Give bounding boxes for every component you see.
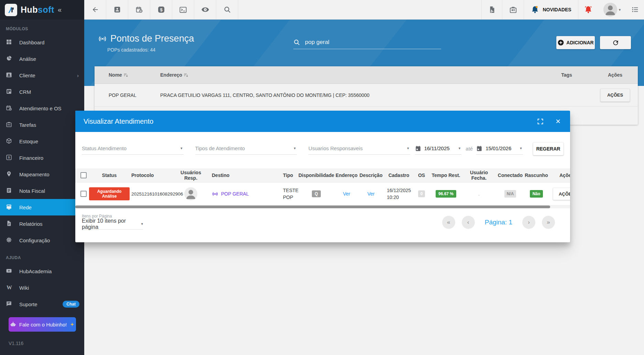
modal-filters: Status Atendimento ▾ Tipos de Atendiment…: [75, 132, 570, 155]
cadastro-value: 16/12/202510:20: [387, 187, 411, 201]
first-page-icon: «: [447, 219, 450, 226]
col-usuarios-resp: Usuários Resp.: [174, 170, 208, 181]
dropdown-arrow-icon: ▾: [181, 146, 184, 151]
page-size-select[interactable]: Exibir 10 itens por página ▾: [82, 219, 143, 230]
page-size-block: Itens por Página Exibir 10 itens por pág…: [82, 214, 143, 230]
tipos-atendimento-select[interactable]: Tipos de Atendimento ▾: [195, 142, 297, 155]
col-rascunho: Rascunho: [525, 173, 548, 178]
status-atendimento-select[interactable]: Status Atendimento ▾: [82, 142, 184, 155]
horizontal-scrollbar: [75, 206, 570, 208]
next-page-button[interactable]: ›: [522, 216, 535, 229]
dropdown-arrow-icon: ▾: [459, 146, 462, 151]
conectado-badge: N/A: [504, 190, 516, 198]
dropdown-arrow-icon: ▾: [294, 146, 297, 151]
protocolo-value: 20251216101608292906: [130, 191, 174, 197]
app-root: Hubsoft « MÓDULOS Dashboard Análise Clie…: [0, 0, 644, 355]
regerar-button[interactable]: REGERAR: [533, 142, 564, 155]
fullscreen-icon: [537, 118, 544, 125]
scrollbar-thumb[interactable]: [75, 206, 550, 208]
atendimentos-table-header: Status Protocolo Usuários Resp. Destino …: [75, 168, 570, 182]
col-usuario-fecha: Usuário Fecha.: [462, 170, 495, 181]
visualizar-atendimento-modal: Visualizar Atendimento × Status Atendime…: [75, 111, 570, 242]
row-acoes-button[interactable]: AÇÕES: [553, 188, 570, 200]
first-page-button[interactable]: «: [442, 216, 455, 229]
col-destino: Destino: [208, 173, 266, 178]
usuarios-responsaveis-select[interactable]: Usuarios Responsaveis ▾: [308, 142, 410, 155]
disponibilidade-badge: Q: [312, 190, 320, 197]
select-all-checkbox[interactable]: [80, 172, 87, 178]
last-page-button[interactable]: »: [542, 216, 555, 229]
row-checkbox[interactable]: [80, 191, 87, 197]
descricao-ver-link[interactable]: Ver: [367, 191, 374, 197]
col-tempo-rest: Tempo Rest.: [429, 173, 462, 178]
page-indicator: Página: 1: [485, 219, 512, 226]
destino-link[interactable]: POP GERAL: [212, 191, 249, 197]
atendimentos-table: Status Protocolo Usuários Resp. Destino …: [75, 168, 570, 206]
pagination: « ‹ Página: 1 › »: [442, 216, 555, 229]
col-descricao: Descrição: [358, 173, 384, 178]
tipo-value: TESTE POP: [283, 187, 298, 201]
prev-page-icon: ‹: [467, 219, 469, 226]
ate-label: até: [466, 146, 473, 152]
modal-header: Visualizar Atendimento ×: [75, 111, 570, 132]
date-to-field[interactable]: 15/01/2026 ▾: [476, 142, 523, 155]
col-protocolo: Protocolo: [130, 173, 174, 178]
dropdown-arrow-icon: ▾: [141, 222, 143, 226]
responsible-avatar: [184, 187, 197, 200]
tempo-restante-badge: 96.67 %: [436, 190, 456, 198]
calendar-icon: [476, 145, 482, 152]
atendimento-row: Aguardando Análise 20251216101608292906 …: [75, 182, 570, 206]
date-from-field[interactable]: 16/11/2025 ▾: [415, 142, 462, 155]
close-button[interactable]: ×: [556, 117, 560, 125]
status-badge: Aguardando Análise: [89, 187, 130, 200]
prev-page-button[interactable]: ‹: [462, 216, 475, 229]
modal-footer: Itens por Página Exibir 10 itens por pág…: [75, 208, 570, 230]
rascunho-badge: Não: [530, 190, 543, 198]
dropdown-arrow-icon: ▾: [407, 146, 410, 151]
modal-title: Visualizar Atendimento: [84, 118, 525, 125]
calendar-icon: [415, 145, 421, 152]
col-cadastro: Cadastro: [384, 173, 414, 178]
dropdown-arrow-icon: ▾: [520, 146, 523, 151]
endereco-ver-link[interactable]: Ver: [343, 191, 350, 197]
col-disponibilidade: Disponibilidade: [297, 173, 335, 178]
col-os: OS: [414, 173, 429, 178]
os-badge: 0: [418, 190, 425, 197]
col-conectado: Conectado: [495, 173, 525, 178]
col-tipo: Tipo: [266, 173, 297, 178]
col-endereco: Endereço: [335, 173, 358, 178]
avatar-silhouette-icon: [184, 187, 197, 200]
pop-broadcast-icon: [212, 191, 218, 197]
next-page-icon: ›: [528, 219, 530, 226]
col-acoes: Ações: [548, 173, 570, 178]
col-status: Status: [89, 173, 130, 178]
last-page-icon: »: [547, 219, 550, 226]
usuario-fecha-value: .: [462, 191, 495, 197]
fullscreen-button[interactable]: [537, 118, 544, 125]
